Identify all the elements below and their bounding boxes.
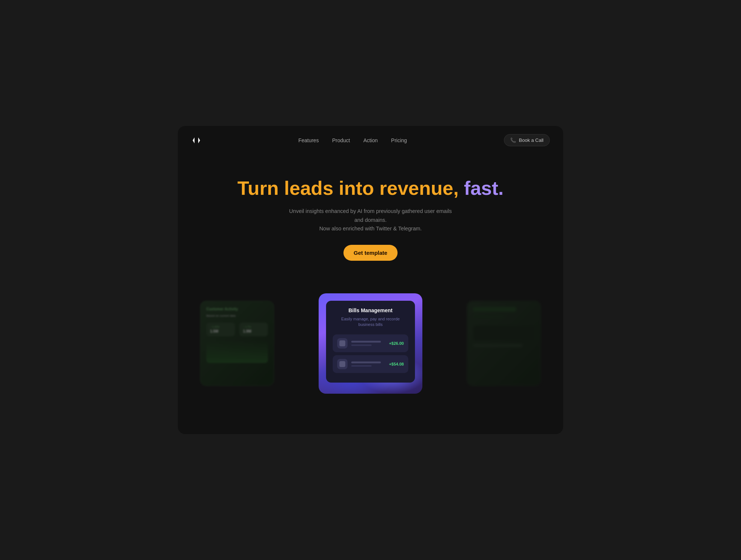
bill-details-2 xyxy=(351,361,385,367)
nav-product[interactable]: Product xyxy=(332,137,350,143)
hero-title: Turn leads into revenue, fast. xyxy=(193,177,548,200)
hero-subtitle-line1: Unveil insights enhanced by AI from prev… xyxy=(289,208,452,223)
logo-icon xyxy=(191,135,202,146)
hero-subtitle: Unveil insights enhanced by AI from prev… xyxy=(285,207,456,233)
card-gradient-bg: Bills Management Easily manage, pay and … xyxy=(319,293,422,394)
bill-item-2: +$54.08 xyxy=(333,355,408,373)
nav-features[interactable]: Features xyxy=(298,137,319,143)
hero-section: Turn leads into revenue, fast. Unveil in… xyxy=(178,154,563,276)
bills-card-title: Bills Management xyxy=(333,307,408,313)
hero-title-part1: Turn leads into revenue, xyxy=(237,177,459,199)
left-card-label: Customer Activity xyxy=(206,307,268,311)
logo[interactable] xyxy=(191,135,202,146)
center-featured-card: Bills Management Easily manage, pay and … xyxy=(319,293,422,394)
hero-title-part2: fast. xyxy=(464,177,504,199)
nav-pricing[interactable]: Pricing xyxy=(391,137,407,143)
nav-action[interactable]: Action xyxy=(363,137,378,143)
bill-icon-2 xyxy=(337,359,348,369)
bill-details-1 xyxy=(351,341,385,346)
book-call-button[interactable]: 📞 Book a Call xyxy=(504,134,550,146)
nav-links: Features Product Action Pricing xyxy=(298,137,407,143)
bill-item-1: +$26.00 xyxy=(333,334,408,352)
bill-amount-2: +$54.08 xyxy=(389,362,404,366)
bill-amount-1: +$26.00 xyxy=(389,341,404,346)
book-call-label: Book a Call xyxy=(519,137,544,143)
phone-icon: 📞 xyxy=(510,137,516,143)
get-template-button[interactable]: Get template xyxy=(343,245,398,261)
left-card-title: Based on current data xyxy=(206,314,268,317)
hero-subtitle-line2: Now also enriched with Twitter & Telegra… xyxy=(319,226,422,231)
svg-marker-0 xyxy=(193,137,195,143)
right-preview-card xyxy=(467,301,541,386)
svg-marker-1 xyxy=(198,137,200,143)
bill-icon-1 xyxy=(337,338,348,349)
bills-card-subtitle: Easily manage, pay and recorde business … xyxy=(333,316,408,328)
left-preview-card: Customer Activity Based on current data … xyxy=(200,301,274,386)
navbar: Features Product Action Pricing 📞 Book a… xyxy=(178,126,563,154)
main-container: Features Product Action Pricing 📞 Book a… xyxy=(178,126,563,434)
bills-management-card: Bills Management Easily manage, pay and … xyxy=(326,301,415,383)
preview-area: Customer Activity Based on current data … xyxy=(178,293,563,412)
